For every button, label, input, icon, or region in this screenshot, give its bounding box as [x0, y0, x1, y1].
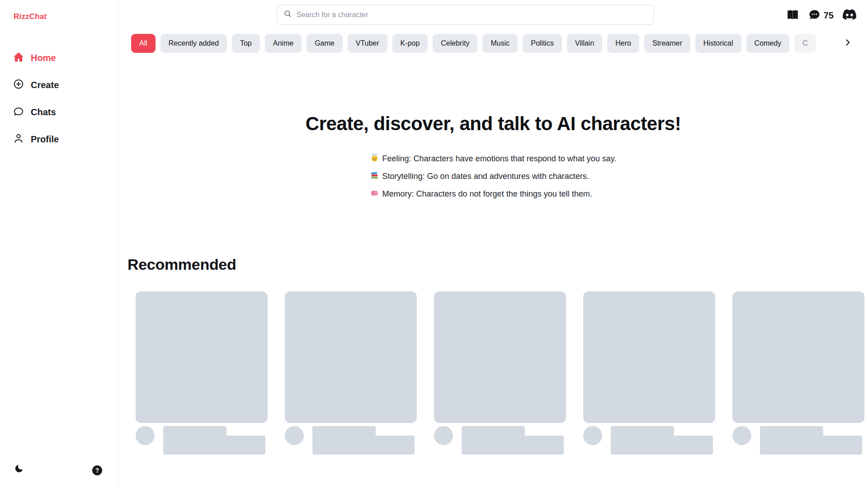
- feature-memory: Memory: Characters do not forget the thi…: [370, 189, 592, 199]
- plus-circle-icon: [13, 78, 24, 92]
- category-pill-politics[interactable]: Politics: [523, 34, 562, 53]
- feature-text: Storytelling: Go on dates and adventures…: [382, 172, 589, 181]
- brain-emoji-icon: [370, 189, 379, 199]
- category-pill-historical[interactable]: Historical: [695, 34, 741, 53]
- app-logo[interactable]: RizzChat: [14, 12, 47, 21]
- category-pill-music[interactable]: Music: [482, 34, 518, 53]
- user-icon: [13, 132, 24, 146]
- category-pill-celebrity[interactable]: Celebrity: [433, 34, 477, 53]
- question-mark-icon: ?: [95, 467, 99, 474]
- category-pill-overflow[interactable]: C: [794, 34, 816, 53]
- name-placeholder: [760, 426, 823, 436]
- feature-text: Feeling: Characters have emotions that r…: [382, 155, 617, 163]
- header-actions: 75: [786, 7, 856, 23]
- character-card-skeleton[interactable]: [434, 291, 566, 455]
- sidebar-item-create[interactable]: Create: [0, 75, 118, 96]
- sidebar-item-home[interactable]: Home: [0, 47, 118, 69]
- avatar-placeholder: [583, 426, 602, 445]
- category-pill-game[interactable]: Game: [307, 34, 343, 53]
- description-placeholder: [312, 436, 415, 455]
- moon-icon: [14, 467, 24, 475]
- category-pill-all[interactable]: All: [131, 34, 156, 53]
- card-image-placeholder: [583, 291, 715, 423]
- character-card-skeleton[interactable]: [285, 291, 417, 455]
- feature-storytelling: Storytelling: Go on dates and adventures…: [370, 171, 589, 182]
- category-pill-recently-added[interactable]: Recently added: [160, 34, 227, 53]
- chat-count-icon: [808, 9, 821, 23]
- description-placeholder: [462, 436, 564, 455]
- category-pill-streamer[interactable]: Streamer: [644, 34, 690, 53]
- chevron-right-icon: [843, 38, 852, 49]
- category-filter-bar: All Recently added Top Anime Game VTuber…: [131, 34, 868, 56]
- scroll-categories-right-button[interactable]: [843, 38, 853, 48]
- avatar-placeholder: [285, 426, 304, 445]
- home-icon: [13, 51, 24, 65]
- feature-text: Memory: Characters do not forget the thi…: [382, 190, 592, 198]
- card-image-placeholder: [732, 291, 864, 423]
- feature-feeling: Feeling: Characters have emotions that r…: [370, 154, 617, 164]
- category-pill-hero[interactable]: Hero: [607, 34, 639, 53]
- category-pill-villain[interactable]: Villain: [567, 34, 602, 53]
- description-placeholder: [760, 436, 862, 455]
- sidebar-nav: Home Create Chats Profile: [0, 47, 118, 156]
- description-placeholder: [611, 436, 713, 455]
- recommended-card-row: [136, 291, 864, 455]
- search-bar[interactable]: [277, 5, 654, 25]
- category-pill-vtuber[interactable]: VTuber: [348, 34, 387, 53]
- name-placeholder: [611, 426, 674, 436]
- search-icon: [283, 9, 292, 20]
- sidebar-item-label: Profile: [31, 134, 59, 145]
- book-icon: [786, 8, 799, 23]
- sidebar-item-label: Create: [31, 80, 59, 90]
- section-title-recommended: Recommended: [127, 256, 236, 273]
- category-pill-top[interactable]: Top: [232, 34, 260, 53]
- character-card-skeleton[interactable]: [583, 291, 715, 455]
- sidebar-item-chats[interactable]: Chats: [0, 102, 118, 123]
- character-card-skeleton[interactable]: [136, 291, 268, 455]
- name-placeholder: [462, 426, 525, 436]
- search-input[interactable]: [297, 11, 647, 19]
- sidebar-item-label: Chats: [31, 107, 56, 117]
- books-emoji-icon: [370, 171, 379, 182]
- description-placeholder: [163, 436, 265, 455]
- category-pill-anime[interactable]: Anime: [265, 34, 302, 53]
- halo-face-emoji-icon: [370, 154, 379, 164]
- sidebar-item-label: Home: [31, 53, 56, 63]
- card-image-placeholder: [434, 291, 566, 423]
- main-content: 75 All Recently added Top Anime Game VTu…: [118, 0, 868, 488]
- feature-list: Feeling: Characters have emotions that r…: [118, 154, 868, 206]
- message-count: 75: [824, 10, 834, 21]
- help-button[interactable]: ?: [92, 465, 102, 475]
- category-pill-comedy[interactable]: Comedy: [746, 34, 790, 53]
- discord-link[interactable]: [843, 8, 856, 23]
- name-placeholder: [312, 426, 376, 436]
- guide-button[interactable]: [786, 8, 799, 23]
- discord-icon: [843, 8, 856, 23]
- card-image-placeholder: [285, 291, 417, 423]
- sidebar: RizzChat Home Create Chats Profile: [0, 0, 118, 488]
- name-placeholder: [163, 426, 226, 436]
- character-card-skeleton[interactable]: [732, 291, 864, 455]
- card-image-placeholder: [136, 291, 268, 423]
- category-pill-kpop[interactable]: K-pop: [392, 34, 428, 53]
- avatar-placeholder: [136, 426, 155, 445]
- theme-toggle-button[interactable]: [14, 464, 24, 475]
- messages-counter[interactable]: 75: [808, 9, 834, 23]
- avatar-placeholder: [434, 426, 453, 445]
- sidebar-item-profile[interactable]: Profile: [0, 129, 118, 150]
- page-title: Create, discover, and talk to AI charact…: [118, 113, 868, 135]
- chat-bubble-icon: [13, 105, 24, 119]
- avatar-placeholder: [732, 426, 751, 445]
